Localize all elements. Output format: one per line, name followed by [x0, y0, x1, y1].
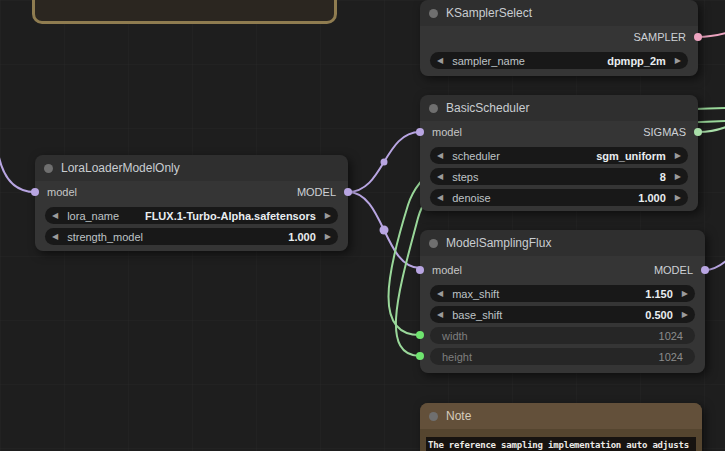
output-label-sigmas: SIGMAS: [643, 126, 686, 138]
widget-sampler-name[interactable]: ◀ sampler_name dpmpp_2m ▶: [430, 52, 688, 69]
increment-arrow-icon[interactable]: ▶: [675, 194, 681, 202]
decrement-arrow-icon[interactable]: ◀: [437, 152, 443, 160]
node-basic-scheduler[interactable]: BasicScheduler model SIGMAS ◀ scheduler …: [420, 95, 698, 211]
output-label-sampler: SAMPLER: [633, 31, 686, 43]
increment-arrow-icon[interactable]: ▶: [325, 233, 331, 241]
node-title-bar[interactable]: BasicScheduler: [420, 95, 698, 121]
link-midpoint-dot[interactable]: [380, 226, 389, 235]
node-title-bar[interactable]: KSamplerSelect: [420, 0, 698, 26]
collapse-dot-icon[interactable]: [429, 412, 438, 421]
widget-strength-model[interactable]: ◀ strength_model 1.000 ▶: [45, 228, 338, 245]
node-title: ModelSamplingFlux: [446, 236, 551, 250]
widget-value: sgm_uniform: [596, 150, 666, 162]
node-graph-canvas[interactable]: KSamplerSelect SAMPLER ◀ sampler_name dp…: [0, 0, 725, 451]
widget-label: base_shift: [452, 309, 502, 321]
output-port-sampler[interactable]: [694, 33, 702, 41]
widget-max-shift[interactable]: ◀ max_shift 1.150 ▶: [430, 285, 695, 302]
widget-scheduler[interactable]: ◀ scheduler sgm_uniform ▶: [430, 147, 688, 164]
wire-model-into-lora: [0, 10, 35, 192]
output-port-model[interactable]: [344, 188, 352, 196]
widget-label: scheduler: [452, 150, 500, 162]
node-partial-top-left[interactable]: [32, 0, 337, 24]
increment-arrow-icon[interactable]: ▶: [675, 152, 681, 160]
output-port-model[interactable]: [701, 266, 709, 274]
widget-label: sampler_name: [452, 55, 525, 67]
note-text[interactable]: The reference sampling implementation au…: [426, 437, 696, 451]
wire-sampler-out-right: [698, 33, 725, 37]
widget-label: lora_name: [67, 210, 119, 222]
increment-arrow-icon[interactable]: ▶: [682, 290, 688, 298]
widget-value: 1.150: [645, 288, 673, 300]
node-ksampler-select[interactable]: KSamplerSelect SAMPLER ◀ sampler_name dp…: [420, 0, 698, 76]
input-port-height[interactable]: [416, 352, 424, 360]
widget-value: 1.000: [288, 231, 316, 243]
widget-value: 8: [660, 171, 666, 183]
input-label-model: model: [432, 264, 462, 276]
increment-arrow-icon[interactable]: ▶: [675, 57, 681, 65]
input-port-width[interactable]: [416, 331, 424, 339]
converted-input-label: height: [442, 351, 472, 363]
collapse-dot-icon[interactable]: [429, 104, 438, 113]
slot-row: model MODEL: [35, 181, 348, 203]
node-title: KSamplerSelect: [446, 6, 532, 20]
collapse-dot-icon[interactable]: [429, 9, 438, 18]
input-label-model: model: [432, 126, 462, 138]
decrement-arrow-icon[interactable]: ◀: [437, 194, 443, 202]
widget-label: strength_model: [67, 231, 143, 243]
output-port-sigmas[interactable]: [694, 128, 702, 136]
widget-label: denoise: [452, 192, 491, 204]
slot-row: SAMPLER: [420, 26, 698, 48]
input-port-model[interactable]: [31, 188, 39, 196]
decrement-arrow-icon[interactable]: ◀: [437, 57, 443, 65]
output-label-model: MODEL: [297, 186, 336, 198]
increment-arrow-icon[interactable]: ▶: [325, 212, 331, 220]
converted-input-height: height 1024: [430, 348, 695, 365]
widget-steps[interactable]: ◀ steps 8 ▶: [430, 168, 688, 185]
decrement-arrow-icon[interactable]: ◀: [437, 290, 443, 298]
widget-denoise[interactable]: ◀ denoise 1.000 ▶: [430, 189, 688, 206]
widget-value: 0.500: [645, 309, 673, 321]
node-lora-loader-model-only[interactable]: LoraLoaderModelOnly model MODEL ◀ lora_n…: [35, 155, 348, 251]
collapse-dot-icon[interactable]: [44, 164, 53, 173]
collapse-dot-icon[interactable]: [429, 239, 438, 248]
widget-lora-name[interactable]: ◀ lora_name FLUX.1-Turbo-Alpha.safetenso…: [45, 207, 338, 224]
widget-label: steps: [452, 171, 478, 183]
widget-value: 1.000: [638, 192, 666, 204]
converted-input-value: 1024: [659, 351, 683, 363]
input-label-model: model: [47, 186, 77, 198]
node-title-bar[interactable]: LoraLoaderModelOnly: [35, 155, 348, 181]
node-title: Note: [446, 409, 471, 423]
node-title-bar[interactable]: Note: [420, 403, 702, 429]
converted-input-width: width 1024: [430, 327, 695, 344]
node-title: LoraLoaderModelOnly: [61, 161, 180, 175]
converted-input-value: 1024: [659, 330, 683, 342]
decrement-arrow-icon[interactable]: ◀: [437, 173, 443, 181]
slot-row: model MODEL: [420, 256, 705, 281]
widget-value: FLUX.1-Turbo-Alpha.safetensors: [145, 210, 316, 222]
node-title: BasicScheduler: [446, 101, 529, 115]
wire-sigmas-out-right: [698, 127, 725, 132]
input-port-model[interactable]: [416, 128, 424, 136]
node-title-bar[interactable]: ModelSamplingFlux: [420, 230, 705, 256]
output-label-model: MODEL: [654, 264, 693, 276]
widget-value: dpmpp_2m: [607, 55, 666, 67]
node-model-sampling-flux[interactable]: ModelSamplingFlux model MODEL ◀ max_shif…: [420, 230, 705, 373]
converted-input-label: width: [442, 330, 468, 342]
node-note[interactable]: Note The reference sampling implementati…: [420, 403, 702, 451]
widget-base-shift[interactable]: ◀ base_shift 0.500 ▶: [430, 306, 695, 323]
input-port-model[interactable]: [416, 266, 424, 274]
link-midpoint-dot[interactable]: [381, 159, 388, 166]
widget-label: max_shift: [452, 288, 499, 300]
increment-arrow-icon[interactable]: ▶: [675, 173, 681, 181]
decrement-arrow-icon[interactable]: ◀: [52, 233, 58, 241]
decrement-arrow-icon[interactable]: ◀: [52, 212, 58, 220]
slot-row: model SIGMAS: [420, 121, 698, 143]
increment-arrow-icon[interactable]: ▶: [682, 311, 688, 319]
decrement-arrow-icon[interactable]: ◀: [437, 311, 443, 319]
